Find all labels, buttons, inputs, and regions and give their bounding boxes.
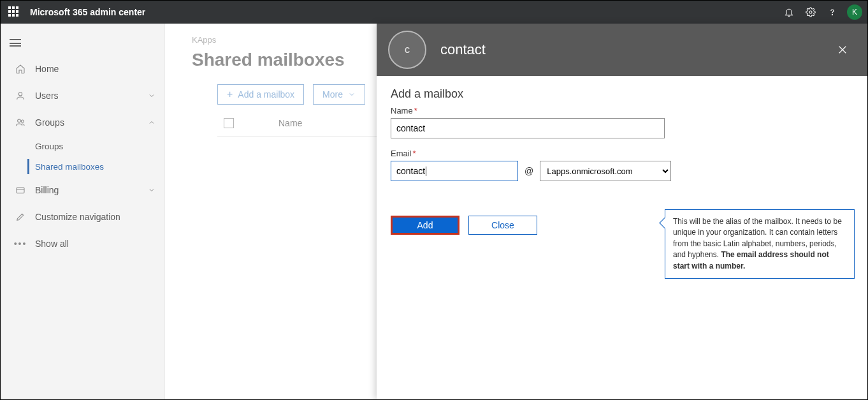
email-label: Email* <box>391 149 853 158</box>
email-alias-input[interactable]: contact <box>391 161 518 181</box>
section-title: Add a mailbox <box>391 87 853 101</box>
app-launcher-icon[interactable] <box>8 6 20 18</box>
nav-home[interactable]: Home <box>1 56 164 82</box>
svg-point-4 <box>21 120 24 122</box>
nav-label: Customize navigation <box>35 212 120 222</box>
at-symbol: @ <box>524 166 533 176</box>
add-button[interactable]: Add <box>391 216 459 235</box>
svg-point-3 <box>18 119 21 122</box>
close-button[interactable]: Close <box>468 216 537 235</box>
nav-groups-sub-groups[interactable]: Groups <box>13 136 164 156</box>
collapse-nav-button[interactable] <box>1 30 30 56</box>
svg-point-2 <box>18 93 22 96</box>
name-label: Name* <box>391 106 853 115</box>
sub-label: Groups <box>35 142 63 151</box>
notifications-icon[interactable] <box>778 1 800 24</box>
nav-groups-sub-shared-mailboxes[interactable]: Shared mailboxes <box>13 156 164 177</box>
nav-billing[interactable]: Billing <box>1 177 164 204</box>
sub-label: Shared mailboxes <box>35 162 104 172</box>
panel-title: contact <box>440 41 486 58</box>
nav-show-all[interactable]: ••• Show all <box>1 230 164 257</box>
nav-label: Users <box>35 91 59 101</box>
nav-users[interactable]: Users <box>1 82 164 109</box>
sidebar: Home Users Groups Groups Shared mailboxe… <box>1 24 165 399</box>
svg-point-0 <box>809 11 812 13</box>
edit-icon <box>13 212 27 222</box>
svg-point-1 <box>832 14 832 15</box>
chevron-up-icon <box>148 119 156 126</box>
brand-title: Microsoft 365 admin center <box>30 7 145 17</box>
nav-customize[interactable]: Customize navigation <box>1 204 164 230</box>
nav-label: Groups <box>35 117 64 128</box>
nav-label: Home <box>35 64 59 74</box>
domain-select[interactable]: Lapps.onmicrosoft.com <box>540 161 671 181</box>
email-help-tooltip: This will be the alias of the mailbox. I… <box>665 209 855 279</box>
nav-groups[interactable]: Groups <box>1 109 164 136</box>
chevron-down-icon <box>148 92 156 100</box>
user-avatar[interactable]: K <box>847 4 862 20</box>
email-input-value: contact <box>396 166 425 176</box>
panel-header: c contact <box>377 24 867 76</box>
help-icon[interactable] <box>821 1 843 24</box>
add-mailbox-panel: c contact Add a mailbox Name* Email* con… <box>377 24 867 399</box>
text-caret <box>426 167 426 176</box>
billing-icon <box>13 185 27 195</box>
close-panel-button[interactable] <box>833 40 852 59</box>
nav-label: Billing <box>35 185 59 195</box>
chevron-down-icon <box>148 186 156 194</box>
home-icon <box>13 64 27 74</box>
more-icon: ••• <box>13 239 27 249</box>
user-icon <box>13 91 27 101</box>
svg-rect-5 <box>17 188 24 193</box>
name-input[interactable] <box>391 118 665 138</box>
mailbox-avatar: c <box>388 31 426 69</box>
settings-gear-icon[interactable] <box>800 1 821 24</box>
top-bar: Microsoft 365 admin center K <box>1 1 867 24</box>
groups-icon <box>13 117 27 128</box>
nav-label: Show all <box>35 239 69 249</box>
